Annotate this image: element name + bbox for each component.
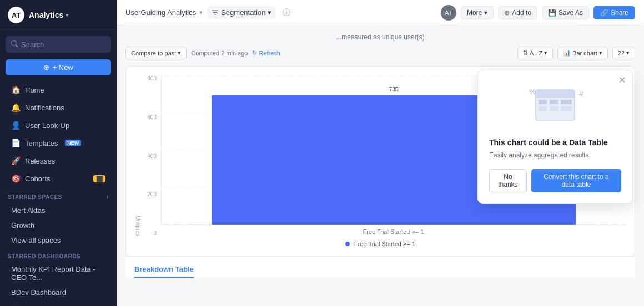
chart-subtitle: ...measured as unique user(s) [125, 33, 635, 41]
sidebar-item-growth[interactable]: Growth [3, 218, 113, 232]
cohorts-icon: 🎯 [11, 174, 20, 183]
breakdown-table-tab[interactable]: Breakdown Table [134, 265, 194, 278]
templates-new-badge: NEW [65, 140, 81, 146]
user-icon: 👤 [11, 121, 20, 130]
y-axis-label: Uniques [135, 75, 141, 236]
cohorts-badge: ⬛ [93, 175, 105, 182]
x-axis: Free Trial Started >= 1 [161, 225, 626, 236]
chart-type-button[interactable]: 📊 Bar chart ▾ [557, 47, 608, 59]
convert-button[interactable]: Convert this chart to a data table [531, 169, 621, 192]
sidebar-item-notifications[interactable]: 🔔 Notifications [3, 99, 113, 116]
add-to-button[interactable]: ⊕ Add to [498, 6, 537, 19]
popup-title: This chart could be a Data Table [489, 138, 621, 147]
compare-caret: ▾ [178, 49, 181, 57]
save-as-button[interactable]: 💾 Save As [542, 6, 589, 19]
no-thanks-button[interactable]: No thanks [489, 169, 527, 192]
search-input[interactable] [21, 40, 105, 49]
search-container[interactable] [6, 36, 111, 53]
main-content: UserGuiding Analytics ▾ Segmentation ▾ ⓘ… [117, 0, 644, 306]
sort-caret: ▾ [544, 49, 547, 57]
starred-dashboards-section: STARRED DASHBOARDS [0, 248, 117, 262]
app-title-caret: ▾ [66, 12, 69, 19]
svg-text:%: % [529, 87, 536, 96]
sort-button[interactable]: ⇅ A - Z ▾ [517, 47, 553, 59]
svg-rect-5 [539, 106, 547, 111]
app-logo: AT [8, 7, 24, 23]
share-button[interactable]: 🔗 Share [593, 6, 635, 19]
chart-legend: Free Trial Started >= 1 [135, 241, 626, 247]
templates-icon: 📄 [11, 139, 20, 147]
svg-rect-3 [550, 100, 558, 104]
segmentation-dropdown[interactable]: Segmentation ▾ [207, 6, 276, 19]
svg-rect-6 [550, 106, 558, 111]
popup-image: # % [489, 81, 621, 131]
sidebar-item-monthly-kpi[interactable]: Monthly KPI Report Data - CEO Te... [3, 262, 113, 284]
starred-spaces-arrow: › [107, 193, 109, 201]
popup-actions: No thanks Convert this chart to a data t… [489, 169, 621, 192]
data-table-popup: ✕ # % This chart could be a Data Table E… [477, 70, 633, 204]
avatar[interactable]: AT [441, 5, 456, 21]
info-icon[interactable]: ⓘ [283, 8, 290, 18]
date-caret: ▾ [626, 49, 630, 57]
sidebar-item-mert-aktas[interactable]: Mert Aktas [3, 203, 113, 217]
search-icon [11, 39, 18, 49]
svg-rect-4 [561, 100, 572, 104]
more-button[interactable]: More ▾ [461, 6, 494, 19]
breadcrumb[interactable]: UserGuiding Analytics ▾ [125, 8, 203, 17]
sidebar-item-govern[interactable]: ⚙ Govern [3, 300, 113, 306]
sidebar-item-templates[interactable]: 📄 Templates NEW [3, 135, 113, 151]
releases-icon: 🚀 [11, 156, 20, 165]
legend-dot [345, 242, 350, 246]
sidebar-item-bdev[interactable]: BDev Dashboard [3, 285, 113, 299]
sidebar-item-cohorts[interactable]: 🎯 Cohorts ⬛ [3, 170, 113, 187]
segmentation-caret: ▾ [268, 8, 271, 17]
svg-rect-2 [539, 100, 547, 104]
breadcrumb-caret: ▾ [199, 9, 203, 16]
chart-area: ...measured as unique user(s) Compare to… [117, 26, 644, 306]
sidebar-item-releases[interactable]: 🚀 Releases [3, 152, 113, 169]
date-range-button[interactable]: 22 ▾ [612, 47, 635, 59]
home-icon: 🏠 [11, 85, 20, 94]
refresh-button[interactable]: ↻ Refresh [252, 49, 280, 57]
sidebar-item-view-all-spaces[interactable]: View all spaces [3, 233, 113, 247]
popup-close-button[interactable]: ✕ [618, 76, 626, 85]
starred-spaces-section: STARRED SPACES › [0, 187, 117, 203]
compare-button[interactable]: Compare to past ▾ [125, 47, 187, 59]
y-axis: 800 600 400 200 0 [143, 75, 161, 236]
app-title: Analytics [29, 11, 63, 19]
svg-rect-1 [536, 90, 575, 98]
sidebar: AT Analytics ▾ ⊕ + New 🏠 Home 🔔 Notifica… [0, 0, 117, 306]
svg-rect-7 [561, 106, 572, 111]
bar-value-label: 735 [389, 86, 399, 93]
chart-controls: Compare to past ▾ Computed 2 min ago ↻ R… [125, 47, 635, 59]
popup-description: Easily analyze aggregated results. [489, 150, 621, 160]
sidebar-header: AT Analytics ▾ [0, 0, 117, 30]
breakdown-section: Breakdown Table [125, 257, 635, 278]
notifications-icon: 🔔 [11, 103, 20, 112]
sidebar-item-home[interactable]: 🏠 Home [3, 81, 113, 98]
chart-type-caret: ▾ [599, 49, 602, 57]
svg-text:#: # [579, 89, 583, 98]
sidebar-item-user-lookup[interactable]: 👤 User Look-Up [3, 117, 113, 134]
new-button[interactable]: ⊕ + New [6, 59, 111, 75]
more-caret: ▾ [484, 9, 487, 17]
topbar: UserGuiding Analytics ▾ Segmentation ▾ ⓘ… [117, 0, 644, 26]
computed-text: Computed 2 min ago [191, 50, 248, 57]
